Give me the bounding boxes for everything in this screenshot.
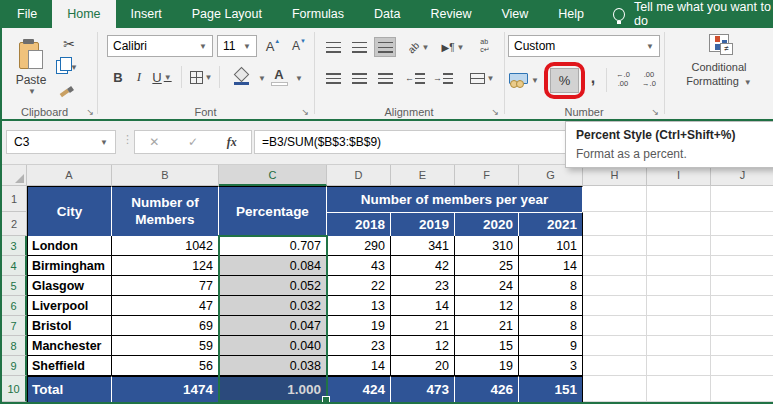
- column-header-F[interactable]: F: [455, 165, 519, 186]
- empty-cell[interactable]: [711, 376, 773, 402]
- cell-members[interactable]: 1042: [112, 236, 219, 256]
- ribbon-tab-data[interactable]: Data: [359, 0, 415, 28]
- format-painter-button[interactable]: [56, 82, 78, 100]
- ribbon-tab-formulas[interactable]: Formulas: [277, 0, 359, 28]
- empty-cell[interactable]: [583, 336, 647, 356]
- empty-cell[interactable]: [583, 316, 647, 336]
- ribbon-tab-review[interactable]: Review: [415, 0, 486, 28]
- cell-year-value[interactable]: 19: [455, 356, 519, 376]
- cell-year-value[interactable]: 341: [391, 236, 455, 256]
- cell-year-value[interactable]: 43: [327, 256, 391, 276]
- text-direction-button[interactable]: ▶¶▼: [438, 37, 468, 57]
- empty-cell[interactable]: [711, 356, 773, 376]
- cell-year-value[interactable]: 8: [519, 276, 583, 296]
- ribbon-tab-home[interactable]: Home: [52, 0, 115, 28]
- insert-function-icon[interactable]: fx: [227, 135, 237, 150]
- header-cell-members[interactable]: Number of Members: [112, 186, 219, 236]
- cell-city-birmingham[interactable]: Birmingham: [27, 256, 112, 276]
- cell-year-value[interactable]: 19: [327, 316, 391, 336]
- cell-city-bristol[interactable]: Bristol: [27, 316, 112, 336]
- row-header-7[interactable]: 7: [2, 316, 27, 336]
- tell-me-box[interactable]: Tell me what you want to do: [613, 0, 773, 28]
- empty-cell[interactable]: [647, 316, 711, 336]
- copy-button[interactable]: ▼: [56, 58, 78, 76]
- comma-style-button[interactable]: ,: [586, 66, 600, 90]
- empty-cell[interactable]: [647, 276, 711, 296]
- empty-cell[interactable]: [711, 336, 773, 356]
- cell-total-year[interactable]: 473: [391, 376, 455, 402]
- empty-cell[interactable]: [583, 186, 647, 212]
- column-header-D[interactable]: D: [327, 165, 391, 186]
- empty-cell[interactable]: [711, 212, 773, 236]
- cell-members[interactable]: 59: [112, 336, 219, 356]
- empty-cell[interactable]: [711, 186, 773, 212]
- cell-year-value[interactable]: 12: [455, 296, 519, 316]
- decrease-decimal-button[interactable]: .00→.0: [636, 68, 662, 92]
- cell-percentage[interactable]: 0.047: [219, 316, 327, 336]
- fill-handle[interactable]: [322, 396, 330, 404]
- cell-total-year[interactable]: 151: [519, 376, 583, 402]
- cell-percentage[interactable]: 0.084: [219, 256, 327, 276]
- cell-total-year[interactable]: 424: [327, 376, 391, 402]
- cell-year-value[interactable]: 14: [391, 296, 455, 316]
- empty-cell[interactable]: [711, 296, 773, 316]
- ribbon-tab-page-layout[interactable]: Page Layout: [177, 0, 277, 28]
- font-dialog-launcher-icon[interactable]: ↘: [301, 108, 309, 117]
- ribbon-tab-file[interactable]: File: [2, 0, 52, 28]
- row-header-1[interactable]: 1: [2, 186, 27, 212]
- cell-total-year[interactable]: 426: [455, 376, 519, 402]
- cell-year-value[interactable]: 9: [519, 336, 583, 356]
- column-header-C[interactable]: C: [219, 165, 327, 186]
- align-right-button[interactable]: [374, 68, 396, 88]
- column-header-G[interactable]: G: [519, 165, 583, 186]
- cancel-icon[interactable]: ✕: [149, 135, 159, 149]
- font-size-combo[interactable]: 11▼: [217, 35, 257, 57]
- cell-year-value[interactable]: 22: [327, 276, 391, 296]
- empty-cell[interactable]: [647, 356, 711, 376]
- increase-decimal-button[interactable]: ←.0.00: [610, 68, 636, 92]
- merge-center-button[interactable]: ▼: [466, 68, 498, 88]
- increase-indent-button[interactable]: →: [430, 68, 456, 88]
- empty-cell[interactable]: [583, 236, 647, 256]
- column-header-A[interactable]: A: [27, 165, 112, 186]
- row-header-2[interactable]: 2: [2, 212, 27, 236]
- cell-percentage[interactable]: 0.038: [219, 356, 327, 376]
- empty-cell[interactable]: [583, 376, 647, 402]
- row-header-5[interactable]: 5: [2, 276, 27, 296]
- cell-city-manchester[interactable]: Manchester: [27, 336, 112, 356]
- align-left-button[interactable]: [322, 68, 344, 88]
- row-header-9[interactable]: 9: [2, 356, 27, 376]
- bold-button[interactable]: B: [109, 66, 127, 88]
- cell-year-value[interactable]: 13: [327, 296, 391, 316]
- grow-font-button[interactable]: A▲: [261, 35, 285, 57]
- row-header-8[interactable]: 8: [2, 336, 27, 356]
- header-cell-city[interactable]: City: [27, 186, 112, 236]
- header-cell-per-year[interactable]: Number of members per year: [327, 186, 583, 212]
- cell-members[interactable]: 124: [112, 256, 219, 276]
- empty-cell[interactable]: [711, 236, 773, 256]
- header-cell-year-2021[interactable]: 2021: [519, 212, 583, 236]
- empty-cell[interactable]: [647, 212, 711, 236]
- number-dialog-launcher-icon[interactable]: ↘: [651, 108, 659, 117]
- underline-button[interactable]: U▼: [149, 66, 175, 88]
- cell-members[interactable]: 77: [112, 276, 219, 296]
- header-cell-year-2019[interactable]: 2019: [391, 212, 455, 236]
- font-color-button[interactable]: A: [267, 64, 291, 90]
- cell-year-value[interactable]: 20: [391, 356, 455, 376]
- cut-button[interactable]: ✂: [58, 35, 80, 53]
- empty-cell[interactable]: [647, 376, 711, 402]
- empty-cell[interactable]: [647, 256, 711, 276]
- cell-year-value[interactable]: 23: [327, 336, 391, 356]
- alignment-dialog-launcher-icon[interactable]: ↘: [491, 108, 499, 117]
- empty-cell[interactable]: [647, 186, 711, 212]
- column-header-I[interactable]: I: [647, 165, 711, 186]
- empty-cell[interactable]: [583, 296, 647, 316]
- ribbon-tab-insert[interactable]: Insert: [116, 0, 177, 28]
- shrink-font-button[interactable]: A▼: [287, 35, 311, 57]
- cell-year-value[interactable]: 12: [391, 336, 455, 356]
- cell-year-value[interactable]: 25: [455, 256, 519, 276]
- name-box[interactable]: C3 ▼: [6, 130, 116, 154]
- accounting-format-button[interactable]: ▼: [508, 68, 540, 92]
- align-middle-button[interactable]: [348, 37, 370, 57]
- header-cell-percentage[interactable]: Percentage: [219, 186, 327, 236]
